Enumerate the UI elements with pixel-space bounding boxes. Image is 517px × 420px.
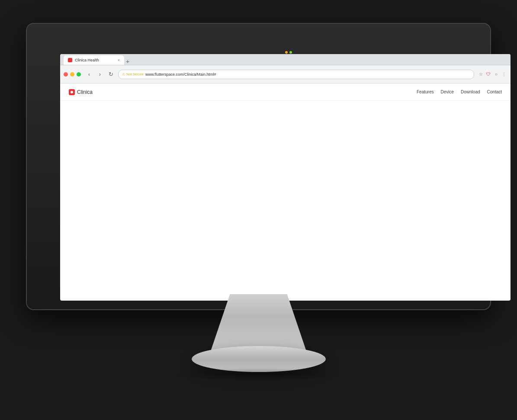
lock-icon: ⚠ xyxy=(122,72,125,76)
forward-button[interactable]: › xyxy=(95,70,105,79)
monitor-bezel: Clinica Health × + ‹ › ↻ ⚠ xyxy=(27,24,490,309)
status-dots xyxy=(285,51,292,54)
menu-icon[interactable]: ⋮ xyxy=(501,71,507,77)
tab-title: Clinica Health xyxy=(75,58,99,62)
imac-display: Clinica Health × + ‹ › ↻ ⚠ xyxy=(0,0,517,420)
maximize-button[interactable] xyxy=(77,72,81,77)
url-text: www.flutterspace.com/Clinica/Main.html# xyxy=(145,72,216,77)
reload-button[interactable]: ↻ xyxy=(106,70,116,79)
logo-icon xyxy=(69,89,75,95)
nav-features[interactable]: Features xyxy=(417,90,434,94)
tab-favicon xyxy=(68,58,72,62)
nav-contact[interactable]: Contact xyxy=(487,90,502,94)
nav-download[interactable]: Download xyxy=(461,90,480,94)
site-nav: Clinica Features Device Download Contact xyxy=(60,83,511,101)
browser-chrome: ‹ › ↻ ⚠ Not Secure www.flutterspace.com/… xyxy=(60,65,511,83)
status-dot-yellow xyxy=(285,51,288,54)
website-content: Clinica Features Device Download Contact… xyxy=(60,83,511,101)
back-button[interactable]: ‹ xyxy=(84,70,94,79)
bookmark-icon[interactable]: ☆ xyxy=(478,71,484,77)
tab-bar: Clinica Health × + xyxy=(60,54,511,65)
browser-icons: ☆ 🛡 ○ ⋮ xyxy=(478,71,507,77)
address-bar[interactable]: ⚠ Not Secure www.flutterspace.com/Clinic… xyxy=(118,70,474,79)
shield-icon[interactable]: 🛡 xyxy=(485,71,491,77)
site-logo: Clinica xyxy=(69,89,93,95)
profile-icon[interactable]: ○ xyxy=(493,71,499,77)
browser-tab-active[interactable]: Clinica Health × xyxy=(64,55,124,65)
nav-device[interactable]: Device xyxy=(440,90,454,94)
new-tab-button[interactable]: + xyxy=(126,58,129,65)
not-secure-label: Not Secure xyxy=(126,72,144,76)
tab-close-icon[interactable]: × xyxy=(118,58,120,62)
minimize-button[interactable] xyxy=(70,72,74,77)
logo-text: Clinica xyxy=(77,89,93,95)
nav-links: Features Device Download Contact xyxy=(417,90,502,94)
window-controls xyxy=(64,72,81,77)
status-dot-green xyxy=(289,51,292,54)
close-button[interactable] xyxy=(64,72,68,77)
nav-arrows: ‹ › ↻ xyxy=(84,70,116,79)
screen: Clinica Health × + ‹ › ↻ ⚠ xyxy=(60,54,511,301)
stand-shadow xyxy=(168,368,350,381)
